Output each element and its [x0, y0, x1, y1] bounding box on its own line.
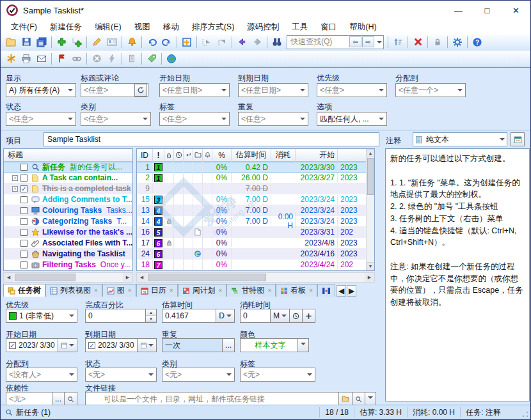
save-button[interactable] [19, 35, 34, 49]
percent-spinner[interactable]: ▲▼ [145, 309, 156, 322]
task-row[interactable]: + A Task can contain... [4, 173, 132, 183]
startdate-attr-field[interactable]: ✓ 2023/ 3/30 [6, 338, 77, 352]
task-checkbox[interactable] [20, 251, 28, 258]
title-pane-hscrollbar[interactable]: ◀ ▶ [3, 272, 133, 283]
tab-close-icon[interactable]: × [267, 287, 271, 294]
scroll-right-button[interactable]: ▶ [365, 273, 374, 282]
tab-scroll-left-button[interactable]: ◀ [337, 285, 346, 297]
filter-recur-combo[interactable]: <任意> [238, 112, 308, 126]
scroll-left-button[interactable]: ◀ [4, 273, 13, 282]
color-attr-combo[interactable]: 样本文字 [240, 338, 309, 352]
forward-button[interactable] [250, 35, 265, 49]
filter-due-combo[interactable]: <任意日期> [238, 83, 308, 97]
tag-button[interactable] [144, 52, 159, 66]
redo-button[interactable] [159, 35, 175, 49]
menu-sort[interactable]: 排序方式(S) [186, 22, 241, 33]
startdate-checkbox[interactable]: ✓ [9, 342, 16, 349]
startdate-calendar-button[interactable] [58, 339, 77, 352]
task-card-button[interactable] [104, 35, 120, 49]
filelink-dropdown-button[interactable] [365, 393, 376, 405]
recurrence-attr-field[interactable]: 一次 ... [162, 338, 235, 352]
estimate-attr-field[interactable]: 0.4167 D [162, 309, 235, 323]
filter-title-combo[interactable]: <任意> [81, 83, 148, 97]
estimate-unit-button[interactable]: D [216, 309, 234, 322]
duedate-calendar-button[interactable] [137, 339, 156, 352]
open-button[interactable] [3, 35, 19, 49]
new-subtask-button[interactable] [69, 35, 84, 49]
task-row[interactable]: Filtering TasksOnce y... [4, 260, 132, 270]
depends-goto-button[interactable] [64, 393, 77, 405]
scrollbar-thumb[interactable] [15, 274, 75, 281]
column-header-time[interactable] [174, 149, 184, 162]
tab-close-icon[interactable]: × [219, 287, 223, 294]
menu-new-task[interactable]: 新建任务 [44, 22, 88, 33]
tab-close-icon[interactable]: × [170, 287, 173, 294]
task-checkbox[interactable] [20, 261, 28, 268]
column-header-priority[interactable]: ! [153, 149, 164, 162]
print-button[interactable] [19, 52, 34, 66]
help-button[interactable]: ? [470, 35, 485, 49]
columns-pane-hscrollbar[interactable]: ◀ ▶ [136, 272, 375, 283]
spellcheck-button[interactable] [3, 52, 19, 66]
tree-expander[interactable]: + [12, 175, 18, 181]
menu-view[interactable]: 视图 [128, 22, 157, 33]
indent-button[interactable] [199, 35, 214, 49]
filelink-browse-button[interactable] [338, 393, 352, 405]
quick-find-next-button[interactable]: ⇨ [362, 36, 374, 47]
depends-edit-button[interactable]: ... [52, 393, 64, 405]
task-row-values[interactable]: 153 0%7.00 D2023/3/242023 [137, 194, 374, 205]
filter-priority-combo[interactable]: <任意> [317, 83, 387, 97]
add-time-button[interactable] [302, 309, 315, 322]
filter-options-combo[interactable]: 匹配任何人, ... [317, 112, 387, 126]
scroll-left-button[interactable]: ◀ [137, 273, 147, 282]
priority-attr-combo[interactable]: 1 (非常低) [6, 309, 77, 323]
quick-find-dropdown-caret[interactable] [377, 41, 382, 46]
web-update-button[interactable] [164, 52, 179, 66]
task-row[interactable]: Navigating the Tasklist [4, 249, 132, 260]
filter-show-combo[interactable]: A) 所有任务(A) [6, 83, 76, 97]
task-row-values[interactable]: 11 0%0.42 D2023/3/302023 [137, 162, 374, 173]
depends-attr-field[interactable]: <无> ... [6, 392, 77, 406]
delete-task-button[interactable] [410, 35, 425, 49]
task-checkbox[interactable] [20, 196, 28, 203]
back-button[interactable] [234, 35, 250, 49]
link-button[interactable] [69, 52, 84, 66]
cancel-button[interactable] [89, 52, 104, 66]
filter-assign-combo[interactable]: <任意一个> [395, 83, 466, 97]
maximize-button[interactable]: □ [473, 1, 502, 20]
preferences-button[interactable] [450, 35, 465, 49]
quick-find-input[interactable]: 快速查找(Q) [290, 36, 349, 47]
task-row-values[interactable]: 176 0%2023/4/82023 [137, 238, 374, 249]
menu-move[interactable]: 移动 [157, 22, 186, 33]
status-attr-combo[interactable]: <无> [85, 368, 157, 382]
task-row-values[interactable]: 134 0%7.00 D2023/3/242023 [137, 205, 374, 216]
tab-chart[interactable]: 图× [102, 284, 136, 297]
recurrence-edit-button[interactable]: ... [222, 339, 234, 352]
filter-tag-combo[interactable]: <任意> [159, 112, 230, 126]
tab-close-icon[interactable]: × [94, 287, 98, 294]
tab-close-icon[interactable]: × [309, 287, 313, 294]
tab-calendar[interactable]: 31 日历× [136, 284, 178, 297]
menu-window[interactable]: 窗口 [314, 22, 343, 33]
column-header-percent[interactable]: % [212, 149, 232, 162]
save-all-button[interactable] [34, 35, 49, 49]
reminder-button[interactable] [124, 35, 139, 49]
tab-week-planner[interactable]: 周计划× [178, 284, 227, 297]
tab-close-icon[interactable]: × [128, 287, 132, 294]
spent-attr-field[interactable]: 0 M [240, 309, 315, 323]
lock-button[interactable] [430, 35, 445, 49]
run-tool-button[interactable] [104, 52, 120, 66]
menu-edit[interactable]: 编辑(E) [88, 22, 128, 33]
tab-list-view[interactable]: 列表视图× [45, 284, 102, 297]
task-row[interactable]: Categorizing TasksT... [4, 216, 132, 227]
column-header-spent[interactable]: 消耗 [271, 149, 296, 162]
comments-text-area[interactable]: 新的任务可以通过以下方式创建。 1. 1. "新任务 "菜单。这为创建任务的地点… [385, 148, 530, 401]
task-row[interactable]: Colouring TasksTasks... [4, 205, 132, 216]
column-header-reminder[interactable] [203, 149, 212, 162]
spent-unit-button[interactable]: M [270, 309, 289, 322]
tab-dependency[interactable] [317, 284, 335, 297]
vertical-scrollbar[interactable]: ▲ ▼ [366, 149, 374, 270]
column-header-start[interactable]: 开始 [296, 149, 338, 162]
task-row-values[interactable]: 187 0%2023/4/24202 [137, 260, 374, 270]
filelink-attr-field[interactable]: 可以是一个文件，目录，网址，邮件或任务链接 [85, 392, 376, 406]
